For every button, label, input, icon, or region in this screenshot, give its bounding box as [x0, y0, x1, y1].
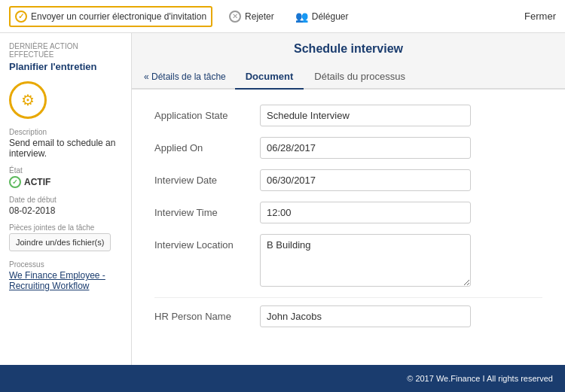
close-button[interactable]: Fermer: [524, 11, 556, 22]
description-label: Description: [9, 128, 122, 136]
interview-date-row: Interview Date: [154, 169, 542, 191]
applied-on-row: Applied On: [154, 137, 542, 159]
delegate-button[interactable]: 👥 Déléguer: [291, 8, 353, 26]
interview-date-input[interactable]: [260, 169, 471, 191]
state-label: État: [9, 166, 122, 175]
interview-date-label: Interview Date: [154, 169, 260, 186]
last-action-label: DERNIÈRE ACTION EFFECTUÉE: [9, 42, 122, 59]
attach-file-button[interactable]: Joindre un/des fichier(s): [9, 233, 111, 251]
start-date-value: 08-02-2018: [9, 205, 122, 216]
process-label: Processus: [9, 260, 122, 269]
main-content: DERNIÈRE ACTION EFFECTUÉE Planifier l'en…: [0, 33, 565, 365]
hr-person-name-input[interactable]: [260, 305, 471, 327]
interview-time-label: Interview Time: [154, 202, 260, 218]
start-date-label: Date de début: [9, 196, 122, 204]
invite-email-button[interactable]: ✓ Envoyer un courrier électronique d'inv…: [9, 6, 212, 27]
interview-location-label: Interview Location: [154, 234, 260, 251]
tabs-bar: « Détails de la tâche Document Détails d…: [132, 65, 565, 90]
application-state-input[interactable]: [260, 105, 471, 126]
footer: © 2017 We.Finance I All rights reserved: [0, 365, 565, 392]
status-icon: ✓: [9, 176, 21, 188]
application-state-row: Application State: [154, 105, 542, 126]
checkmark-icon: ✓: [15, 11, 27, 23]
interview-location-row: Interview Location B Building: [154, 234, 542, 287]
tab-process-details[interactable]: Détails du processus: [304, 65, 416, 90]
toolbar: ✓ Envoyer un courrier électronique d'inv…: [0, 0, 565, 33]
attachments-label: Pièces jointes de la tâche: [9, 223, 122, 232]
x-icon: ✕: [229, 11, 241, 23]
interview-location-input[interactable]: B Building: [260, 234, 471, 287]
applied-on-label: Applied On: [154, 137, 260, 153]
interview-time-input[interactable]: [260, 202, 471, 223]
applied-on-input[interactable]: [260, 137, 471, 159]
panel-title: Schedule interview: [132, 33, 565, 65]
reject-button[interactable]: ✕ Rejeter: [224, 8, 279, 26]
form-area: Application State Applied On Interview D…: [132, 90, 565, 365]
tab-document[interactable]: Document: [235, 65, 304, 90]
tab-back-button[interactable]: « Détails de la tâche: [144, 71, 226, 82]
process-link[interactable]: We Finance Employee - Recruiting Workflo…: [9, 270, 122, 291]
form-divider: [154, 297, 542, 298]
last-action-value: Planifier l'entretien: [9, 61, 122, 72]
avatar: ⚙: [9, 81, 47, 119]
interview-time-row: Interview Time: [154, 202, 542, 223]
copyright-text: © 2017 We.Finance I All rights reserved: [407, 374, 553, 383]
hr-person-name-label: HR Person Name: [154, 305, 260, 322]
application-state-label: Application State: [154, 105, 260, 121]
sidebar: DERNIÈRE ACTION EFFECTUÉE Planifier l'en…: [0, 33, 132, 365]
right-panel: Schedule interview « Détails de la tâche…: [132, 33, 565, 365]
hr-person-row: HR Person Name: [154, 305, 542, 327]
avatar-icon: ⚙: [21, 91, 35, 109]
status-badge: ✓ ACTIF: [9, 176, 122, 188]
description-text: Send email to schedule an interview.: [9, 138, 122, 159]
delegate-icon: 👥: [295, 11, 308, 23]
